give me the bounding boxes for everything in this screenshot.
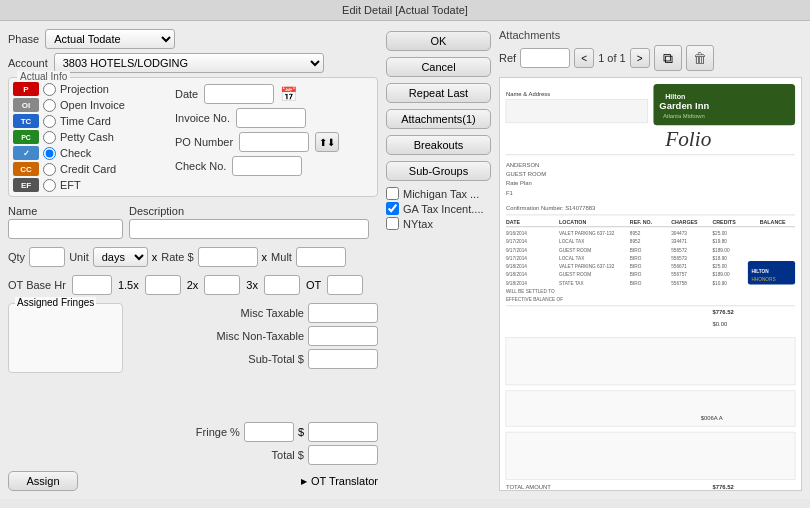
subtotal-label: Sub-Total $ bbox=[248, 353, 304, 365]
ref-input[interactable] bbox=[520, 48, 570, 68]
qty-input[interactable]: 1 bbox=[29, 247, 65, 267]
actual-info-section: Actual Info P Projection OI Open Invoice bbox=[8, 77, 378, 197]
repeat-last-button[interactable]: Repeat Last bbox=[386, 83, 491, 103]
svg-text:9/16/2014: 9/16/2014 bbox=[506, 231, 527, 236]
radio-check-input[interactable] bbox=[43, 147, 56, 160]
unit-select[interactable]: days bbox=[93, 247, 148, 267]
check-icon: ✓ bbox=[13, 146, 39, 160]
receipt-svg: Hilton Garden Inn Atlanta Midtown Name &… bbox=[500, 78, 801, 491]
sub-groups-button[interactable]: Sub-Groups bbox=[386, 161, 491, 181]
phase-row: Phase Actual Todate bbox=[8, 29, 378, 49]
po-input[interactable] bbox=[239, 132, 309, 152]
delete-attachment-button[interactable]: 🗑 bbox=[686, 45, 714, 71]
svg-text:$10.90: $10.90 bbox=[712, 281, 727, 286]
svg-text:BALANCE: BALANCE bbox=[760, 219, 786, 225]
svg-text:334471: 334471 bbox=[671, 239, 687, 244]
svg-text:HILTON: HILTON bbox=[751, 269, 769, 274]
svg-text:$25.00: $25.00 bbox=[712, 231, 727, 236]
misc-taxable-row: Misc Taxable bbox=[131, 303, 378, 323]
fringe-dollar-input[interactable] bbox=[308, 422, 378, 442]
account-select[interactable]: 3803 HOTELS/LODGING bbox=[54, 53, 324, 73]
rate-input[interactable]: 776.52 bbox=[198, 247, 258, 267]
svg-text:556572: 556572 bbox=[671, 248, 687, 253]
page-count: 1 of 1 bbox=[598, 52, 626, 64]
date-input[interactable]: 1/18/16 bbox=[204, 84, 274, 104]
ok-button[interactable]: OK bbox=[386, 31, 491, 51]
michigan-tax-checkbox[interactable] bbox=[386, 187, 399, 200]
misc-nontaxable-label: Misc Non-Taxable bbox=[217, 330, 304, 342]
ot-translator-label: OT Translator bbox=[311, 475, 378, 487]
svg-text:WILL BE SETTLED TO: WILL BE SETTLED TO bbox=[506, 289, 555, 294]
qty-label: Qty bbox=[8, 251, 25, 263]
assign-button[interactable]: Assign bbox=[8, 471, 78, 491]
ot-base-input[interactable]: 10 bbox=[72, 275, 112, 295]
misc-nontaxable-input[interactable] bbox=[308, 326, 378, 346]
svg-text:Name & Address: Name & Address bbox=[506, 91, 550, 97]
radio-time-card-input[interactable] bbox=[43, 115, 56, 128]
description-input[interactable]: shoot in Atlanta bbox=[129, 219, 369, 239]
name-field: Name Hilton Garden bbox=[8, 205, 123, 239]
po-row: PO Number ⬆⬇ bbox=[175, 132, 373, 152]
svg-text:BIRO: BIRO bbox=[630, 281, 642, 286]
svg-text:Confirmation Number: S14077883: Confirmation Number: S14077883 bbox=[506, 205, 596, 211]
radio-open-invoice-input[interactable] bbox=[43, 99, 56, 112]
m15-input[interactable] bbox=[145, 275, 181, 295]
copy-attachment-button[interactable]: ⧉ bbox=[654, 45, 682, 71]
svg-rect-62 bbox=[506, 338, 795, 385]
radio-eft: EF EFT bbox=[13, 178, 163, 192]
cancel-button[interactable]: Cancel bbox=[386, 57, 491, 77]
svg-text:HHONORS: HHONORS bbox=[751, 277, 775, 282]
phase-select[interactable]: Actual Todate bbox=[45, 29, 175, 49]
unit-label: Unit bbox=[69, 251, 89, 263]
ot-row: OT Base Hr 10 1.5x 2x 3x OT bbox=[8, 275, 378, 295]
invoice-input[interactable]: 2345 bbox=[236, 108, 306, 128]
description-label: Description bbox=[129, 205, 369, 217]
ot-label: OT bbox=[306, 279, 321, 291]
name-input[interactable]: Hilton Garden bbox=[8, 219, 123, 239]
credit-card-label: Credit Card bbox=[60, 163, 116, 175]
radio-time-card: TC Time Card bbox=[13, 114, 163, 128]
subtotal-input[interactable]: 776.52 bbox=[308, 349, 378, 369]
misc-fields: Misc Taxable Misc Non-Taxable Sub-Total … bbox=[131, 303, 378, 418]
prev-attachment-button[interactable]: < bbox=[574, 48, 594, 68]
rate-label: Rate $ bbox=[161, 251, 193, 263]
svg-text:TOTAL AMOUNT: TOTAL AMOUNT bbox=[506, 484, 551, 490]
mult-input[interactable] bbox=[296, 247, 346, 267]
ot-translator-row: ▶ OT Translator bbox=[301, 475, 378, 487]
breakouts-button[interactable]: Breakouts bbox=[386, 135, 491, 155]
next-attachment-button[interactable]: > bbox=[630, 48, 650, 68]
right-panel: Attachments Ref < 1 of 1 > ⧉ 🗑 Hilton Ga… bbox=[499, 29, 802, 491]
invoice-label: Invoice No. bbox=[175, 112, 230, 124]
ga-tax-item: GA Tax Incent.... bbox=[386, 202, 491, 215]
svg-text:304473: 304473 bbox=[671, 231, 687, 236]
nytax-checkbox[interactable] bbox=[386, 217, 399, 230]
ot-input[interactable] bbox=[327, 275, 363, 295]
attachments-button[interactable]: Attachments(1) bbox=[386, 109, 491, 129]
svg-text:CHARGES: CHARGES bbox=[671, 219, 698, 225]
radio-credit-card: CC Credit Card bbox=[13, 162, 163, 176]
radio-petty-cash-input[interactable] bbox=[43, 131, 56, 144]
m3-input[interactable] bbox=[264, 275, 300, 295]
radio-eft-input[interactable] bbox=[43, 179, 56, 192]
radio-credit-card-input[interactable] bbox=[43, 163, 56, 176]
m2-input[interactable] bbox=[204, 275, 240, 295]
svg-text:Rate Plan: Rate Plan bbox=[506, 180, 532, 186]
check-row: Check No. 345 bbox=[175, 156, 373, 176]
total-label: Total $ bbox=[272, 449, 304, 461]
po-stepper-icon[interactable]: ⬆⬇ bbox=[315, 132, 339, 152]
check-no-input[interactable]: 345 bbox=[232, 156, 302, 176]
fringe-pct-input[interactable] bbox=[244, 422, 294, 442]
ga-tax-checkbox[interactable] bbox=[386, 202, 399, 215]
total-input[interactable]: 776.52 bbox=[308, 445, 378, 465]
misc-taxable-label: Misc Taxable bbox=[241, 307, 304, 319]
calendar-icon[interactable]: 📅 bbox=[280, 86, 297, 102]
misc-taxable-input[interactable] bbox=[308, 303, 378, 323]
radio-projection-input[interactable] bbox=[43, 83, 56, 96]
actual-info-title: Actual Info bbox=[17, 71, 70, 82]
qty-row: Qty 1 Unit days x Rate $ 776.52 x Mult bbox=[8, 247, 378, 267]
svg-rect-6 bbox=[506, 99, 648, 123]
time-card-label: Time Card bbox=[60, 115, 111, 127]
svg-text:BIRO: BIRO bbox=[630, 272, 642, 277]
ref-label: Ref bbox=[499, 52, 516, 64]
svg-text:REF. NO.: REF. NO. bbox=[630, 219, 653, 225]
